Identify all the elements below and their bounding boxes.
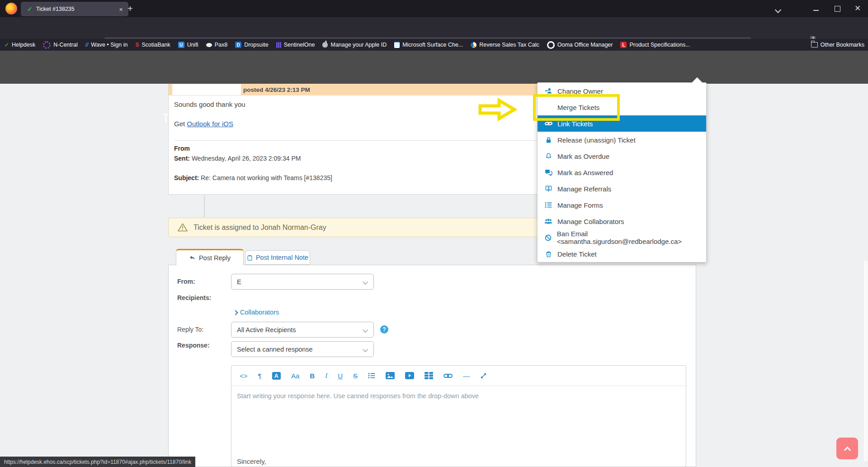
underline-icon[interactable]: U xyxy=(338,372,343,380)
collaborators-label: Collaborators xyxy=(240,309,279,316)
insert-video-icon[interactable] xyxy=(405,372,414,379)
pie-chart-icon xyxy=(471,42,476,48)
bookmark-item[interactable]: Pax8 xyxy=(206,42,228,48)
sentinelone-icon xyxy=(276,42,281,48)
redacted-poster-name xyxy=(172,84,241,95)
help-icon[interactable]: ? xyxy=(380,325,388,334)
dropsuite-icon: D xyxy=(235,42,241,48)
window-maximize-button[interactable] xyxy=(835,6,840,12)
bookmark-item[interactable]: //Wave • Sign in xyxy=(85,42,128,48)
insert-link-icon[interactable] xyxy=(443,373,453,378)
menu-item-label: Mark as Answered xyxy=(557,169,613,176)
bold-icon[interactable]: B xyxy=(310,372,315,380)
bookmark-label: SentinelOne xyxy=(284,42,315,48)
alert-text: Ticket is assigned to Jonah Norman-Gray xyxy=(193,224,326,232)
editor-signature: Sincerely, xyxy=(237,457,266,465)
trash-icon xyxy=(543,251,553,257)
list-tabs-icon[interactable] xyxy=(776,6,780,14)
response-editor[interactable]: <>¶AAaBIUS— Start writing your response … xyxy=(231,365,686,467)
bookmark-item[interactable]: Reverse Sales Tax Calc xyxy=(471,42,539,48)
menu-item-mark-as[interactable]: Mark as Overdue xyxy=(538,148,706,164)
scotia-s-icon: S xyxy=(135,42,139,48)
bookmark-item[interactable]: Ooma Office Manager xyxy=(547,41,613,49)
source-code-icon[interactable]: <> xyxy=(240,372,248,380)
reply-icon xyxy=(189,255,196,261)
strikethrough-icon[interactable]: S xyxy=(353,372,358,380)
bookmark-item[interactable]: Microsoft Surface Che... xyxy=(394,42,463,48)
bookmark-item[interactable]: Manage your Apple ID xyxy=(322,42,387,48)
bookmark-label: Wave • Sign in xyxy=(91,42,127,48)
menu-item-manage-forms[interactable]: Manage Forms xyxy=(538,197,706,213)
bookmark-label: ScotiaBank xyxy=(142,42,170,48)
replyto-label: Reply To: xyxy=(177,326,203,333)
warning-icon xyxy=(178,223,188,232)
bookmark-item[interactable]: UUnifi xyxy=(178,42,198,48)
other-bookmarks-button[interactable]: Other Bookmarks xyxy=(811,39,864,51)
collaborators-link[interactable]: Collaborators xyxy=(234,309,279,316)
bookmark-item[interactable]: SScotiaBank xyxy=(135,42,170,48)
browser-tab[interactable]: ✓ Ticket #138235 × xyxy=(21,2,128,16)
browser-nav-bar: https://helpdesk.ehos.ca/scp/tickets.php… xyxy=(0,17,868,39)
menu-item-manage-referrals[interactable]: Manage Referrals xyxy=(538,181,706,197)
bookmark-label: Pax8 xyxy=(215,42,228,48)
menu-item-label: Manage Collaborators xyxy=(557,218,624,225)
window-minimize-button[interactable] xyxy=(813,10,819,11)
fullscreen-icon[interactable] xyxy=(480,372,487,379)
menu-item-release-unassign[interactable]: Release (unassign) Ticket xyxy=(538,132,706,148)
paragraph-icon[interactable]: ¶ xyxy=(258,372,262,380)
bookmark-item[interactable]: ✓Helpdesk xyxy=(5,42,35,48)
lock-icon xyxy=(543,137,553,143)
link-chain-icon xyxy=(543,121,553,126)
bookmark-label: Dropsuite xyxy=(244,42,269,48)
insert-table-icon[interactable] xyxy=(425,372,433,379)
outlook-link[interactable]: Outlook for iOS xyxy=(187,120,233,128)
chevron-right-icon xyxy=(233,310,238,315)
quoted-email-header: From Sent: Wednesday, April 26, 2023 2:0… xyxy=(174,144,332,183)
ban-icon xyxy=(543,234,553,241)
tab-post-reply-label: Post Reply xyxy=(199,254,231,262)
scroll-to-top-button[interactable] xyxy=(836,438,858,459)
new-tab-button[interactable]: + xyxy=(127,4,133,13)
bullet-list-icon[interactable] xyxy=(368,372,375,379)
bookmark-label: Product Specifications... xyxy=(629,42,690,48)
text-color-icon[interactable]: A xyxy=(272,372,281,380)
italic-icon[interactable]: I xyxy=(325,372,327,380)
page-scrollbar[interactable] xyxy=(864,260,868,462)
tab-favicon-check-icon: ✓ xyxy=(27,5,33,13)
bookmark-label: Microsoft Surface Che... xyxy=(402,42,463,48)
horizontal-rule-icon[interactable]: — xyxy=(463,372,470,380)
annotation-arrow-icon xyxy=(477,98,517,121)
menu-item-ban-email[interactable]: Ban Email <samantha.sigurdson@redbearlod… xyxy=(538,229,706,246)
tab-post-internal-note-label: Post Internal Note xyxy=(256,254,308,261)
tab-post-reply[interactable]: Post Reply xyxy=(176,249,244,265)
response-select[interactable]: Select a canned response xyxy=(231,341,374,357)
bookmark-item[interactable]: SentinelOne xyxy=(276,42,315,48)
menu-item-delete-ticket[interactable]: Delete Ticket xyxy=(538,246,706,262)
tab-post-internal-note[interactable]: Post Internal Note xyxy=(245,250,310,265)
menu-item-label: Ban Email <samantha.sigurdson@redbearlod… xyxy=(557,230,706,245)
menu-item-mark-as[interactable]: Mark as Answered xyxy=(538,164,706,181)
message-body: Sounds good thank you xyxy=(174,100,245,108)
window-close-button[interactable]: ✕ xyxy=(854,4,861,13)
from-select[interactable]: E xyxy=(231,274,374,290)
menu-item-label: Mark as Overdue xyxy=(557,152,609,160)
font-size-icon[interactable]: Aa xyxy=(291,372,299,380)
clipboard-icon xyxy=(247,254,253,261)
replyto-select[interactable]: All Active Recipients xyxy=(231,322,374,338)
bookmark-item[interactable]: DDropsuite xyxy=(235,42,269,48)
browser-tab-bar: ✓ Ticket #138235 × + ✕ xyxy=(0,0,868,17)
from-label: From: xyxy=(177,278,195,285)
replyto-value: All Active Recipients xyxy=(237,326,296,334)
screen: ✓ Ticket #138235 × + ✕ xyxy=(0,0,868,467)
bookmark-label: Unifi xyxy=(187,42,198,48)
firefox-logo-icon[interactable] xyxy=(5,3,17,14)
bookmark-item[interactable]: N-Central xyxy=(43,41,78,49)
apple-icon xyxy=(322,42,328,48)
insert-image-icon[interactable] xyxy=(386,372,395,379)
tab-close-icon[interactable]: × xyxy=(117,5,125,13)
bookmarks-list: ✓HelpdeskN-Central//Wave • Sign inSScoti… xyxy=(5,41,698,49)
bookmark-item[interactable]: LProduct Specifications... xyxy=(620,42,690,48)
menu-item-manage-collaborators[interactable]: Manage Collaborators xyxy=(538,213,706,229)
recipients-label: Recipients: xyxy=(177,294,211,301)
response-value: Select a canned response xyxy=(237,346,313,353)
